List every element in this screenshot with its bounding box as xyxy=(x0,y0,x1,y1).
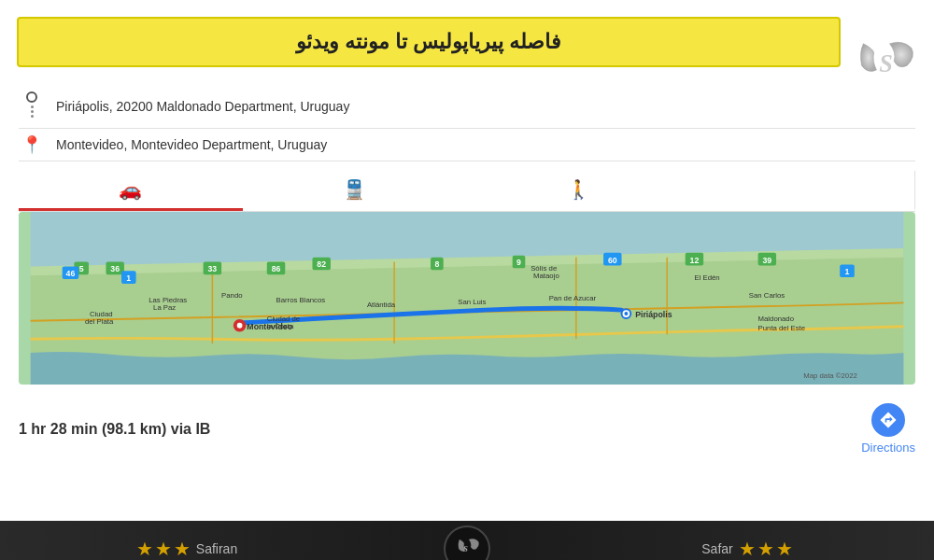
tab-walk[interactable]: 🚶 xyxy=(467,171,691,211)
svg-text:60: 60 xyxy=(608,256,617,265)
star-4: ★ xyxy=(739,538,756,560)
dot-line xyxy=(31,105,34,118)
svg-text:El Edén: El Edén xyxy=(694,273,719,282)
svg-text:Pando: Pando xyxy=(221,292,242,301)
svg-text:La Paz: La Paz xyxy=(153,303,176,312)
svg-text:San Carlos: San Carlos xyxy=(749,292,785,301)
duration-text: 1 hr 28 min (98.1 km) via IB xyxy=(19,421,210,438)
svg-text:San Luis: San Luis xyxy=(458,298,486,306)
footer-left: ★ ★ ★ Safiran xyxy=(0,538,374,560)
svg-text:Atlántida: Atlántida xyxy=(367,301,396,309)
svg-text:Pan de Azucar: Pan de Azucar xyxy=(549,294,597,302)
footer-center: S xyxy=(374,525,560,560)
origin-text: Piriápolis, 20200 Maldonado Department, … xyxy=(56,99,349,114)
svg-text:del Plata: del Plata xyxy=(85,317,114,326)
svg-text:9: 9 xyxy=(517,258,521,267)
directions-button[interactable]: Directions xyxy=(861,403,915,455)
pin-marker: 📍 xyxy=(21,136,42,153)
tab-car[interactable]: 🚗 xyxy=(19,171,243,211)
footer-left-text: Safiran xyxy=(196,541,237,556)
svg-text:82: 82 xyxy=(317,259,326,269)
svg-text:Maldonado: Maldonado xyxy=(758,315,794,323)
svg-text:5: 5 xyxy=(79,264,84,273)
tab-extra[interactable] xyxy=(690,171,915,211)
car-icon: 🚗 xyxy=(119,178,142,201)
star-5: ★ xyxy=(757,538,774,560)
circle-marker xyxy=(26,91,37,103)
map-container: Ciudad del Plata Las Piedras La Paz Pand… xyxy=(19,212,915,385)
svg-text:S: S xyxy=(463,544,468,553)
svg-text:1: 1 xyxy=(845,267,850,276)
banner-text: فاصله پیریاپولیس تا مونته ویدئو xyxy=(296,30,561,53)
info-bar: 1 hr 28 min (98.1 km) via IB Directions xyxy=(19,396,915,462)
svg-point-55 xyxy=(237,323,243,329)
svg-text:Mataojo: Mataojo xyxy=(533,272,559,280)
svg-text:Montevideo: Montevideo xyxy=(247,322,292,331)
locations-section: Piriápolis, 20200 Maldonado Department, … xyxy=(19,84,915,161)
svg-text:Piriápolis: Piriápolis xyxy=(635,310,672,319)
top-banner: فاصله پیریاپولیس تا مونته ویدئو xyxy=(17,17,841,67)
svg-text:Map data ©2022: Map data ©2022 xyxy=(803,371,857,380)
svg-text:8: 8 xyxy=(434,259,439,269)
directions-icon xyxy=(871,403,905,437)
svg-point-52 xyxy=(624,312,628,315)
star-3: ★ xyxy=(174,538,191,560)
svg-text:33: 33 xyxy=(208,264,218,273)
svg-text:86: 86 xyxy=(272,264,281,273)
svg-text:12: 12 xyxy=(690,256,700,265)
svg-text:Punta del Este: Punta del Este xyxy=(758,324,806,332)
footer-center-text: Safar xyxy=(701,541,732,556)
destination-row: 📍 Montevideo, Montevideo Department, Uru… xyxy=(19,129,915,161)
origin-icon xyxy=(19,91,45,120)
transit-icon: 🚆 xyxy=(343,178,366,201)
star-2: ★ xyxy=(155,538,172,560)
footer-stars-right: ★ ★ ★ xyxy=(739,538,793,560)
svg-text:39: 39 xyxy=(762,256,771,265)
svg-text:Barros Blancos: Barros Blancos xyxy=(276,296,326,304)
walk-icon: 🚶 xyxy=(567,178,590,201)
origin-row: Piriápolis, 20200 Maldonado Department, … xyxy=(19,84,915,129)
transport-tabs: 🚗 🚆 🚶 xyxy=(19,171,915,212)
directions-label: Directions xyxy=(861,441,915,455)
svg-text:36: 36 xyxy=(110,264,120,273)
bottom-footer: ★ ★ ★ Safiran S Safar ★ ★ ★ xyxy=(0,521,934,560)
svg-text:S: S xyxy=(879,50,893,77)
tab-transit[interactable]: 🚆 xyxy=(243,171,467,211)
svg-text:1: 1 xyxy=(126,273,131,283)
footer-stars-left: ★ ★ ★ xyxy=(136,538,191,560)
destination-icon: 📍 xyxy=(19,136,45,153)
star-1: ★ xyxy=(136,538,153,560)
logo-top-right: S xyxy=(855,26,925,96)
main-container: S فاصله پیریاپولیس تا مونته ویدئو Piriáp… xyxy=(0,17,934,560)
destination-text: Montevideo, Montevideo Department, Urugu… xyxy=(56,137,327,152)
footer-right: Safar ★ ★ ★ xyxy=(560,538,934,560)
svg-text:46: 46 xyxy=(66,269,76,278)
star-6: ★ xyxy=(776,538,793,560)
